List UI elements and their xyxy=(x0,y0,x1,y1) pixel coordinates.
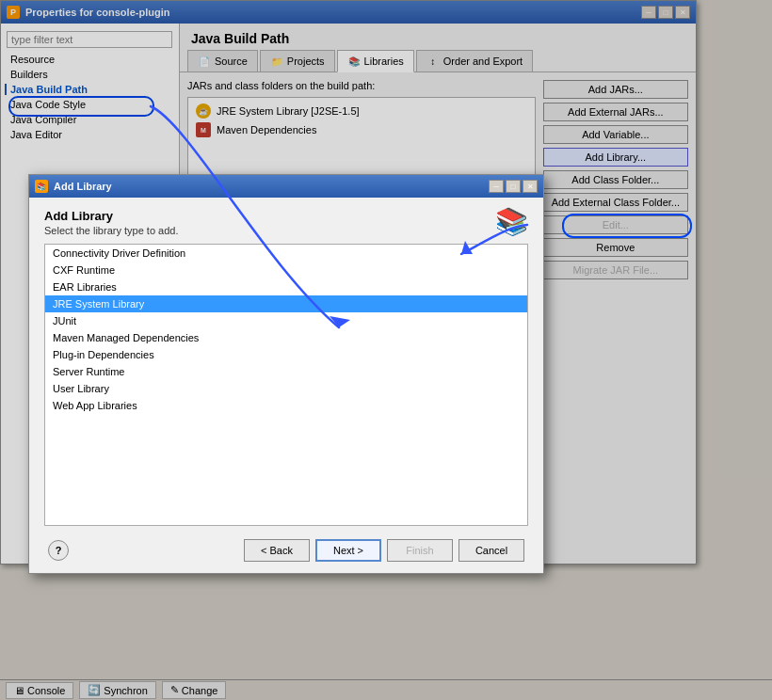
next-button[interactable]: Next > xyxy=(315,539,381,562)
dialog-heading: Add Library xyxy=(44,209,178,223)
dialog-minimize-button[interactable]: ─ xyxy=(489,180,504,193)
library-item-ear[interactable]: EAR Libraries xyxy=(45,278,527,295)
library-item-server-runtime[interactable]: Server Runtime xyxy=(45,363,527,380)
library-item-webapp-libs[interactable]: Web App Libraries xyxy=(45,397,527,414)
back-button[interactable]: < Back xyxy=(244,539,310,562)
dialog-close-button[interactable]: ✕ xyxy=(523,180,538,193)
finish-button[interactable]: Finish xyxy=(387,539,453,562)
dialog-footer: ? < Back Next > Finish Cancel xyxy=(44,533,528,562)
library-item-user-library[interactable]: User Library xyxy=(45,380,527,397)
cancel-button[interactable]: Cancel xyxy=(458,539,524,562)
dialog-body: Add Library Select the library type to a… xyxy=(29,198,543,573)
books-icon: 📚 xyxy=(495,209,528,235)
library-list[interactable]: Connectivity Driver Definition CXF Runti… xyxy=(44,244,528,526)
dialog-title-bar: 📚 Add Library ─ □ ✕ xyxy=(29,175,543,198)
library-item-cxf[interactable]: CXF Runtime xyxy=(45,262,527,278)
dialog-title: Add Library xyxy=(54,181,112,192)
library-item-connectivity[interactable]: Connectivity Driver Definition xyxy=(45,245,527,262)
dialog-window-icon: 📚 xyxy=(35,180,48,193)
help-button[interactable]: ? xyxy=(48,540,69,561)
add-library-dialog: 📚 Add Library ─ □ ✕ Add Library Select t… xyxy=(28,174,544,574)
dialog-header: Add Library Select the library type to a… xyxy=(44,209,528,236)
dialog-maximize-button[interactable]: □ xyxy=(506,180,521,193)
library-item-plugin-deps[interactable]: Plug-in Dependencies xyxy=(45,346,527,363)
library-item-maven-managed[interactable]: Maven Managed Dependencies xyxy=(45,329,527,346)
library-item-junit[interactable]: JUnit xyxy=(45,312,527,329)
library-item-jre[interactable]: JRE System Library xyxy=(45,295,527,312)
dialog-description: Select the library type to add. xyxy=(44,225,178,236)
